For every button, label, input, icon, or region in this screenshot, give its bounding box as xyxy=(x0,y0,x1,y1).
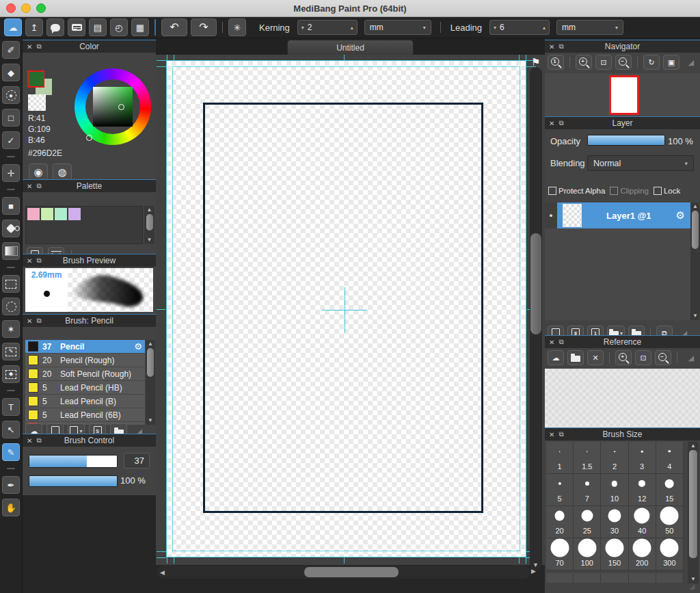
checkbox-icon[interactable] xyxy=(610,187,618,195)
tool-button-gradient[interactable] xyxy=(2,242,20,260)
brush-size-option[interactable]: 7 xyxy=(574,474,601,506)
palette-swatch[interactable] xyxy=(68,208,81,220)
navigator-button-fit-screen[interactable]: ⊡ xyxy=(595,55,612,70)
tool-button-eyedropper[interactable]: ✒ xyxy=(2,476,20,494)
toolbar-button-cloud[interactable]: ☁ xyxy=(4,18,22,36)
brush-size-option[interactable]: 200 xyxy=(629,538,656,570)
reference-content[interactable] xyxy=(545,369,700,428)
busy-spinner-button[interactable]: ✳ xyxy=(228,18,246,36)
page-flag-icon[interactable]: ⚑ xyxy=(531,56,540,68)
brush-size-value[interactable]: 37 xyxy=(124,453,150,469)
tool-button-operation[interactable]: ↖ xyxy=(2,421,20,438)
navigator-button-zoom-100[interactable]: 1 xyxy=(548,55,564,70)
toolbar-button-comment-rect[interactable] xyxy=(68,18,85,36)
brush-size-option[interactable]: 30 xyxy=(601,506,628,538)
scroll-down-icon[interactable]: ▼ xyxy=(692,312,698,320)
brush-size-option[interactable]: 20 xyxy=(546,506,574,538)
hue-wheel[interactable] xyxy=(75,68,151,145)
leading-unit-select[interactable]: mm ▾ xyxy=(556,20,623,35)
palette-swatch[interactable] xyxy=(27,208,40,220)
layer-checkbox[interactable]: Clipping xyxy=(610,187,649,195)
navigator-preview[interactable] xyxy=(545,73,700,116)
brush-size-option[interactable]: 2 xyxy=(601,442,628,474)
canvas-vertical-scrollbar[interactable]: ▼ xyxy=(530,67,542,570)
tool-button-eraser[interactable]: ◆ xyxy=(2,64,20,81)
reference-button-zoom-out[interactable]: − xyxy=(655,350,671,365)
brush-size-option[interactable]: 5 xyxy=(546,474,574,506)
spin-up-icon[interactable]: ▴ xyxy=(351,25,353,31)
redo-button[interactable]: ↷ xyxy=(191,18,217,36)
brush-size-option[interactable]: 4 xyxy=(656,442,684,474)
layer-checkbox[interactable]: Protect Alpha xyxy=(548,187,605,195)
hue-marker[interactable] xyxy=(86,135,92,141)
spin-down-icon[interactable]: ▾ xyxy=(301,25,304,31)
brush-item-Soft Pencil (Rough)[interactable]: 20 Soft Pencil (Rough) xyxy=(25,367,145,381)
brush-size-option[interactable]: 50 xyxy=(656,506,684,538)
brush-item-Pencil[interactable]: 37 Pencil ⚙ xyxy=(25,340,145,354)
brush-size-option[interactable]: 10 xyxy=(601,474,628,506)
brush-list-scrollbar[interactable]: ▲ ▼ xyxy=(146,340,155,425)
brush-size-option[interactable]: 3 xyxy=(629,442,656,474)
brush-item-Lead Pencil (6B)[interactable]: 5 Lead Pencil (6B) xyxy=(25,408,145,422)
layer-checkbox[interactable]: Lock xyxy=(654,187,680,195)
scroll-thumb[interactable] xyxy=(692,211,699,249)
checkbox-icon[interactable] xyxy=(548,187,556,195)
spin-down-icon[interactable]: ▾ xyxy=(494,25,496,31)
tool-button-eraser-lasso[interactable]: ◆ xyxy=(2,86,20,104)
brush-item-Pencil (Rough)[interactable]: 20 Pencil (Rough) xyxy=(25,354,145,367)
navigator-button-frame[interactable]: ▣ xyxy=(663,55,679,70)
brush-size-scrollbar[interactable]: ▲ ▼ xyxy=(688,442,699,583)
tool-button-polyline[interactable]: ✓ xyxy=(2,131,20,149)
tool-button-bucket[interactable] xyxy=(2,220,20,237)
scroll-thumb[interactable] xyxy=(304,567,399,577)
brush-item-Lead Pencil (HB)[interactable]: 5 Lead Pencil (HB) xyxy=(25,381,145,395)
brush-size-option[interactable]: 300 xyxy=(656,538,684,570)
brush-size-option[interactable]: 70 xyxy=(546,538,574,570)
scroll-right-icon[interactable]: ▶ xyxy=(531,568,536,575)
toolbar-button-comment-round[interactable] xyxy=(46,18,64,36)
reference-button-clear[interactable]: ✕ xyxy=(587,350,604,365)
kerning-unit-select[interactable]: mm ▾ xyxy=(364,20,431,35)
scroll-up-icon[interactable]: ▲ xyxy=(692,202,698,211)
tool-button-pen[interactable]: ✎ xyxy=(2,443,20,461)
kerning-stepper[interactable]: ▾ 2 ▴ xyxy=(297,20,358,35)
tool-button-select-rect[interactable] xyxy=(2,275,20,293)
brush-size-option[interactable]: 1.5 xyxy=(574,442,601,474)
leading-stepper[interactable]: ▾ 6 ▴ xyxy=(489,20,550,35)
document-tab[interactable]: Untitled xyxy=(287,40,414,55)
color-bar-button[interactable]: ◍ xyxy=(53,163,72,181)
transparent-color-swatch[interactable] xyxy=(28,94,46,111)
canvas-viewport[interactable] xyxy=(156,55,545,565)
reference-button-zoom-in[interactable]: + xyxy=(615,350,632,365)
layer-opacity-slider[interactable] xyxy=(587,135,665,146)
navigator-page-thumbnail[interactable] xyxy=(609,75,639,115)
scroll-thumb[interactable] xyxy=(689,450,697,558)
scroll-thumb[interactable] xyxy=(147,348,154,377)
tool-button-hand[interactable]: ✋ xyxy=(2,499,20,516)
color-palette-button[interactable]: ◉ xyxy=(29,163,48,181)
palette-swatch[interactable] xyxy=(41,208,53,220)
tool-button-text[interactable]: T xyxy=(2,398,20,416)
checkbox-icon[interactable] xyxy=(654,187,662,195)
gear-icon[interactable]: ⚙ xyxy=(676,209,685,222)
tool-button-select-lasso[interactable] xyxy=(2,298,20,315)
resize-grip[interactable]: ◢ xyxy=(689,582,699,592)
scroll-left-icon[interactable]: ◀ xyxy=(160,569,165,576)
gear-icon[interactable]: ⚙ xyxy=(134,341,142,352)
toolbar-button-share[interactable]: ↥ xyxy=(25,18,43,36)
brush-size-option[interactable]: 25 xyxy=(574,506,601,538)
tool-button-fill-rect[interactable]: ■ xyxy=(2,197,20,215)
brush-size-slider[interactable] xyxy=(29,455,118,468)
foreground-color-swatch[interactable] xyxy=(27,70,44,88)
toolbar-button-document[interactable]: ▤ xyxy=(89,18,107,36)
scroll-down-icon[interactable]: ▼ xyxy=(147,236,152,244)
brush-size-option[interactable]: 1 xyxy=(546,442,574,474)
brush-item-Lead Pencil (B)[interactable]: 5 Lead Pencil (B) xyxy=(25,395,145,408)
toolbar-button-material-edit[interactable]: ▦ xyxy=(131,18,149,36)
blending-select[interactable]: Normal ▾ xyxy=(587,155,694,171)
scroll-thumb[interactable] xyxy=(530,233,541,334)
tool-button-brush[interactable]: ✐ xyxy=(2,41,20,59)
brush-size-option[interactable]: 15 xyxy=(656,474,684,506)
navigator-button-reset-rotation[interactable]: ↻ xyxy=(643,55,660,70)
brush-size-option[interactable]: 40 xyxy=(629,506,656,538)
